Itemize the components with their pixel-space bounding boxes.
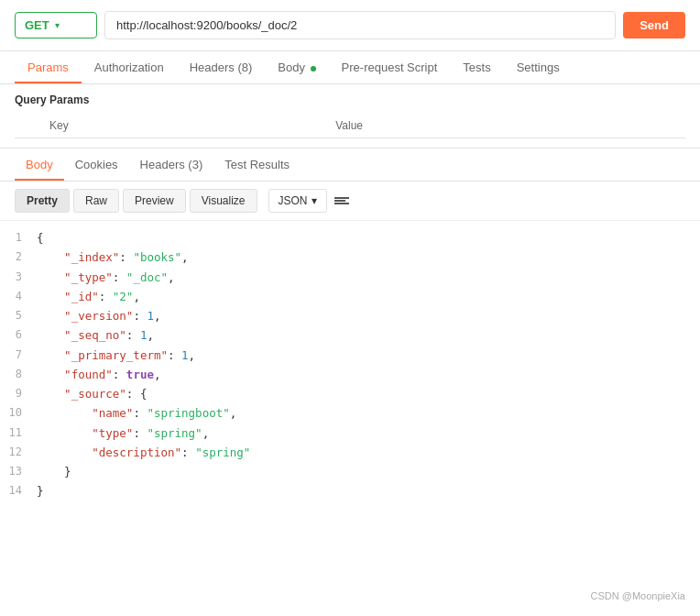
code-line-9: 9 "_source": { [0, 384, 700, 403]
format-type-chevron: ▾ [312, 194, 317, 207]
url-input[interactable] [104, 11, 616, 39]
code-line-13: 13 } [0, 462, 700, 481]
code-line-5: 5 "_version": 1, [0, 306, 700, 325]
query-params-section: Query Params Key Value [0, 84, 700, 148]
response-tabs-bar: Body Cookies Headers (3) Test Results [0, 148, 700, 182]
watermark: CSDN @MoonpieXia [591, 590, 686, 601]
tab-body[interactable]: Body [265, 51, 328, 83]
code-line-11: 11 "type": "spring", [0, 424, 700, 443]
code-line-4: 4 "_id": "2", [0, 287, 700, 306]
query-params-title: Query Params [15, 94, 685, 106]
code-line-14: 14 } [0, 481, 700, 500]
params-key-col: Key [42, 114, 328, 138]
top-bar: GET ▾ Send [0, 0, 700, 51]
response-tab-body[interactable]: Body [15, 148, 64, 181]
format-type-select[interactable]: JSON ▾ [268, 189, 327, 213]
method-label: GET [25, 18, 49, 32]
format-visualize-button[interactable]: Visualize [190, 189, 257, 213]
code-line-10: 10 "name": "springboot", [0, 403, 700, 423]
tab-settings[interactable]: Settings [504, 51, 573, 83]
request-tabs-bar: Params Authorization Headers (8) Body Pr… [0, 51, 700, 84]
code-line-6: 6 "_seq_no": 1, [0, 325, 700, 345]
tab-headers[interactable]: Headers (8) [177, 51, 266, 83]
method-select[interactable]: GET ▾ [15, 12, 97, 38]
params-check-col [15, 114, 42, 138]
response-tab-test-results[interactable]: Test Results [213, 148, 301, 181]
tab-pre-request-script[interactable]: Pre-request Script [329, 51, 451, 83]
format-preview-button[interactable]: Preview [123, 189, 186, 213]
format-bar: Pretty Raw Preview Visualize JSON ▾ [0, 182, 700, 221]
tab-authorization[interactable]: Authorization [82, 51, 177, 83]
response-tab-cookies[interactable]: Cookies [64, 148, 129, 181]
chevron-down-icon: ▾ [55, 20, 60, 30]
params-value-col: Value [328, 114, 685, 138]
params-table: Key Value [15, 114, 685, 138]
format-type-label: JSON [279, 194, 308, 207]
code-line-1: 1 { [0, 228, 700, 248]
response-tab-headers[interactable]: Headers (3) [129, 148, 214, 181]
code-line-2: 2 "_index": "books", [0, 248, 700, 267]
tab-params[interactable]: Params [15, 51, 82, 83]
code-line-12: 12 "description": "spring" [0, 443, 700, 462]
code-line-3: 3 "_type": "_doc", [0, 268, 700, 287]
code-line-8: 8 "found": true, [0, 365, 700, 384]
format-pretty-button[interactable]: Pretty [15, 189, 70, 213]
code-line-7: 7 "_primary_term": 1, [0, 346, 700, 365]
format-raw-button[interactable]: Raw [73, 189, 119, 213]
tab-tests[interactable]: Tests [450, 51, 503, 83]
wrap-toggle-icon[interactable] [334, 197, 349, 204]
send-button[interactable]: Send [623, 12, 685, 38]
json-response-body: 1 { 2 "_index": "books", 3 "_type": "_do… [0, 221, 700, 509]
body-dot [311, 66, 316, 72]
